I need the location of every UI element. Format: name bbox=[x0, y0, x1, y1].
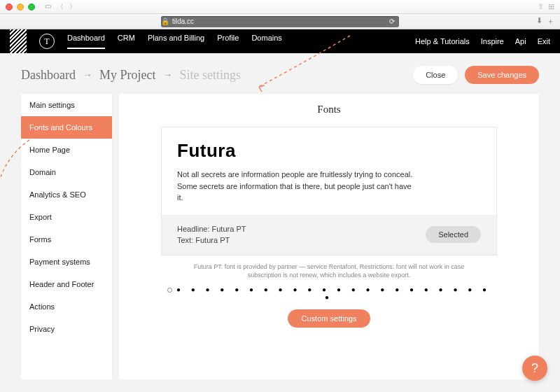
traffic-close-icon[interactable] bbox=[6, 4, 13, 10]
text-label: Text: Futura PT bbox=[177, 234, 246, 246]
brand-pattern bbox=[10, 29, 27, 53]
nav-profile[interactable]: Profile bbox=[217, 34, 239, 49]
macos-titlebar: ▭ 〈 〉 ⇪ ⊞ bbox=[0, 0, 560, 14]
chevron-right-icon: → bbox=[162, 69, 172, 80]
nav-domains[interactable]: Domains bbox=[251, 34, 281, 49]
breadcrumb: Dashboard → My Project → Site settings bbox=[21, 68, 241, 83]
font-sample-desc: Not all secrets are information people a… bbox=[177, 169, 415, 204]
sidebar-item-privacy[interactable]: Privacy bbox=[21, 318, 112, 340]
panel-heading: Fonts bbox=[161, 104, 497, 115]
nav-plans[interactable]: Plans and Billing bbox=[148, 34, 204, 49]
nav-inspire[interactable]: Inspire bbox=[481, 37, 504, 46]
sidebar-item-forms[interactable]: Forms bbox=[21, 228, 112, 251]
nav-links: Dashboard CRM Plans and Billing Profile … bbox=[67, 34, 282, 49]
url-field[interactable]: 🔒 tilda.cc ⟳ bbox=[161, 16, 399, 27]
font-sample-title: Futura bbox=[177, 140, 481, 162]
sidebar-item-export[interactable]: Export bbox=[21, 206, 112, 228]
traffic-minimize-icon[interactable] bbox=[17, 4, 24, 10]
app-topnav: T Dashboard CRM Plans and Billing Profil… bbox=[0, 29, 560, 53]
downloads-icon[interactable]: ⬇ bbox=[536, 16, 542, 27]
share-icon[interactable]: ⇪ bbox=[538, 2, 544, 11]
back-icon[interactable]: 〈 bbox=[57, 2, 64, 12]
carousel-dots[interactable]: ● ● ● ● ● ● ● ● ● ● ● ● ● ● ● ● ● ● ● ● … bbox=[161, 286, 497, 301]
chevron-right-icon: → bbox=[83, 69, 92, 80]
lock-icon: 🔒 bbox=[161, 18, 169, 25]
browser-url-bar: 🔒 tilda.cc ⟳ ⬇ ＋ bbox=[0, 14, 560, 29]
sidebar-item-headerfooter[interactable]: Header and Footer bbox=[21, 273, 112, 295]
nav-api[interactable]: Api bbox=[515, 37, 526, 46]
url-host: tilda.cc bbox=[172, 18, 194, 25]
tilda-logo-icon[interactable]: T bbox=[39, 34, 55, 49]
nav-exit[interactable]: Exit bbox=[538, 37, 550, 46]
breadcrumb-current: Site settings bbox=[179, 68, 241, 83]
sidebar-toggle-icon[interactable]: ▭ bbox=[45, 2, 51, 12]
nav-crm[interactable]: CRM bbox=[118, 34, 135, 49]
close-button[interactable]: Close bbox=[413, 66, 458, 84]
sidebar-item-payment[interactable]: Payment systems bbox=[21, 251, 112, 273]
font-meta: Headline: Futura PT Text: Futura PT bbox=[177, 223, 246, 246]
breadcrumb-dashboard[interactable]: Dashboard bbox=[21, 68, 76, 83]
font-card: Futura Not all secrets are information p… bbox=[161, 127, 497, 255]
tabs-icon[interactable]: ⊞ bbox=[548, 2, 554, 11]
fonts-panel: Fonts Futura Not all secrets are informa… bbox=[119, 94, 539, 379]
nav-help[interactable]: Help & Tutorials bbox=[415, 37, 470, 46]
sidebar-item-home[interactable]: Home Page bbox=[21, 139, 112, 161]
help-fab[interactable]: ? bbox=[522, 356, 547, 381]
selected-badge[interactable]: Selected bbox=[426, 226, 481, 243]
custom-settings-button[interactable]: Custom settings bbox=[288, 309, 371, 328]
question-icon: ? bbox=[531, 361, 538, 376]
page-body: Dashboard → My Project → Site settings C… bbox=[0, 53, 560, 392]
nav-right: Help & Tutorials Inspire Api Exit bbox=[415, 37, 550, 46]
breadcrumb-project[interactable]: My Project bbox=[99, 68, 156, 83]
font-footnote: Futura PT: font is provided by partner —… bbox=[182, 262, 476, 280]
sidebar-item-domain[interactable]: Domain bbox=[21, 161, 112, 183]
settings-sidebar: Main settings Fonts and Colours Home Pag… bbox=[21, 94, 112, 379]
headline-label: Headline: Futura PT bbox=[177, 223, 246, 235]
sidebar-item-main[interactable]: Main settings bbox=[21, 94, 112, 116]
breadcrumb-row: Dashboard → My Project → Site settings C… bbox=[0, 53, 560, 94]
sidebar-item-fonts[interactable]: Fonts and Colours bbox=[21, 116, 112, 139]
traffic-zoom-icon[interactable] bbox=[28, 4, 35, 10]
reload-icon[interactable]: ⟳ bbox=[389, 18, 395, 25]
sidebar-item-actions[interactable]: Actions bbox=[21, 295, 112, 318]
add-tab-icon[interactable]: ＋ bbox=[547, 16, 554, 27]
nav-dashboard[interactable]: Dashboard bbox=[67, 34, 105, 49]
sidebar-item-analytics[interactable]: Analytics & SEO bbox=[21, 183, 112, 206]
save-changes-button[interactable]: Save changes bbox=[465, 66, 539, 84]
forward-icon[interactable]: 〉 bbox=[69, 2, 76, 12]
